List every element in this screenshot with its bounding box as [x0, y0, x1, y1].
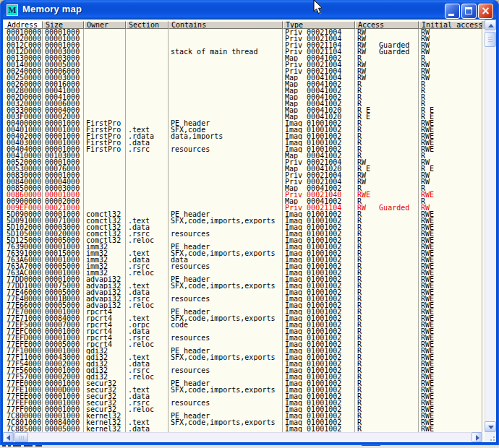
table-row[interactable]: 5D12500000005000comctl32.relocImag 01001… — [4, 237, 485, 244]
table-row[interactable]: 77FE000000001000secur32PE headerImag 010… — [4, 380, 485, 387]
table-row[interactable]: 77FE10000000D000secur32.textSFX,code,imp… — [4, 387, 485, 393]
table-row[interactable]: 77FEF00000001000secur32.rsrcresourcesIma… — [4, 400, 485, 406]
scroll-up-button[interactable] — [485, 20, 496, 30]
table-row[interactable]: 77F5700000002000gdi32.relocImag 01001002… — [4, 374, 485, 380]
table-row[interactable]: 5D10500000020000comctl32.rsrcresourcesIm… — [4, 231, 485, 237]
scroll-right-button[interactable] — [472, 432, 482, 442]
table-row[interactable]: 0085000000003000Map 00041002RR — [4, 185, 485, 191]
table-row[interactable]: 77E6600000005000advapi32.relocImag 01001… — [4, 302, 485, 309]
table-row[interactable]: 5D09100000071000comctl32.textSFX,code,im… — [4, 217, 485, 224]
table-row[interactable]: 7639100000015000imm32.textSFX,code,impor… — [4, 250, 485, 257]
table-row[interactable]: 7C80000000001000kernel32PE headerImag 01… — [4, 413, 485, 419]
table-row[interactable]: 0040200000001000FirstPro.rdatadata,impor… — [4, 133, 485, 139]
cell-type: Imag 01001002 — [283, 289, 355, 296]
table-row[interactable]: 0013000000003000Map 00041002RR — [4, 55, 485, 61]
column-header-initial-access[interactable]: Initial access — [419, 21, 482, 29]
table-row[interactable]: 009EF00000021000Priv 00021104RW GuardedR… — [4, 204, 485, 211]
table-row[interactable]: 77E4B0000001B000advapi32.rsrcresourcesIm… — [4, 296, 485, 302]
cell-type: Imag 01001002 — [283, 361, 355, 367]
table-row[interactable]: 77F1000000001000gdi32PE headerImag 01001… — [4, 348, 485, 354]
table-row[interactable]: 0001000000001000Priv 00021004RWRW — [4, 29, 485, 35]
cell-address: 00860000 — [4, 191, 43, 198]
table-row[interactable]: 77F5600000001000gdi32.rsrcresourcesImag … — [4, 367, 485, 374]
minimize-button[interactable] — [445, 4, 460, 19]
table-row[interactable]: 77EFD00000001000rpcrt4.rsrcresourcesImag… — [4, 335, 485, 341]
column-header-contains[interactable]: Contains — [169, 21, 283, 29]
table-row[interactable]: 0012D00000003000stack of main threadPriv… — [4, 48, 485, 55]
cell-access: RW — [355, 68, 419, 74]
maximize-button[interactable] — [461, 4, 477, 19]
table-row[interactable]: 5D10200000003000comctl32.dataImag 010010… — [4, 224, 485, 231]
cell-address: 7C885000 — [4, 426, 43, 432]
table-row[interactable]: 77E7000000001000rpcrt4PE headerImag 0100… — [4, 309, 485, 315]
table-row[interactable]: 77EFE00000005000rpcrt4.relocImag 0100100… — [4, 341, 485, 348]
table-row[interactable]: 0024000000006000Priv 00021004RWRW — [4, 68, 485, 74]
cell-contains: PE header — [169, 413, 283, 419]
scroll-down-button[interactable] — [485, 421, 496, 432]
table-row[interactable]: 763A600000001000imm32.datadataImag 01001… — [4, 257, 485, 263]
table-row[interactable]: 763A700000005000imm32.rsrcresourcesImag … — [4, 263, 485, 270]
cell-size: 00021000 — [43, 204, 84, 211]
column-header-type[interactable]: Type — [283, 21, 355, 29]
scroll-left-button[interactable] — [3, 432, 14, 442]
table-row[interactable]: 0041000000103000Map 00041002RR — [4, 152, 485, 159]
table-row[interactable]: 77E7100000084000rpcrt4.textSFX,code,impo… — [4, 315, 485, 322]
table-row[interactable]: 77E4600000005000advapi32.dataImag 010010… — [4, 289, 485, 296]
table-row[interactable]: 7639000000001000imm32PE headerImag 01001… — [4, 244, 485, 250]
table-row[interactable]: 003F000000002000Map 00041020R ER E — [4, 113, 485, 120]
horizontal-scrollbar[interactable] — [3, 432, 482, 442]
table-row[interactable]: 77DD000000001000advapi32PE headerImag 01… — [4, 276, 485, 283]
column-header-address[interactable]: Address — [4, 21, 43, 29]
column-header-section[interactable]: Section — [126, 21, 169, 29]
resize-grip[interactable] — [485, 432, 496, 442]
table-row[interactable]: 77EFC00000001000rpcrt4.dataImag 01001002… — [4, 328, 485, 335]
table-row[interactable]: 5D09000000001000comctl32PE headerImag 01… — [4, 211, 485, 217]
table-row[interactable]: 0052000000001000Priv 00021004RWRW — [4, 159, 485, 165]
table-row[interactable]: 0026000000016000Map 00041002RR — [4, 81, 485, 87]
table-row[interactable]: 0040000000001000FirstProPE headerImag 01… — [4, 120, 485, 126]
table-row[interactable]: 7C80100000084000kernel32.textSFX,code,im… — [4, 419, 485, 426]
table-row[interactable]: 77DD100000075000advapi32.textSFX,code,im… — [4, 283, 485, 289]
table-row[interactable]: 77EF500000007000rpcrt4.orpccodeImag 0100… — [4, 322, 485, 328]
vertical-scrollbar[interactable] — [485, 20, 496, 432]
table-row[interactable]: 77FEE00000001000secur32.dataImag 0100100… — [4, 393, 485, 400]
cell-address: 77E46000 — [4, 289, 43, 296]
table-row[interactable]: 0025000000003000Map 00041004RWRW — [4, 74, 485, 81]
title-bar[interactable]: M Memory map × — [3, 1, 496, 20]
table-row[interactable]: 0040300000001000FirstPro.dataImag 010010… — [4, 139, 485, 146]
cell-section — [126, 165, 169, 172]
column-header-owner[interactable]: Owner — [84, 21, 126, 29]
close-button[interactable]: × — [478, 4, 493, 19]
column-header-size[interactable]: Size — [43, 21, 84, 29]
table-row[interactable]: 77FF000000001000secur32.relocImag 010010… — [4, 406, 485, 413]
cell-size: 00005000 — [43, 302, 84, 309]
cell-size: 00004000 — [43, 107, 84, 113]
table-row[interactable]: 002D000000041000Map 00041002RR — [4, 94, 485, 100]
cell-section — [126, 48, 169, 55]
table-row[interactable]: 77F1100000043000gdi32.textSFX,code,impor… — [4, 354, 485, 361]
cell-access: R — [355, 133, 419, 139]
table-row[interactable]: 0084000000004000Priv 00021004RWRW — [4, 178, 485, 185]
table-row[interactable]: 7C88500000005000kernel32.dataImag 010010… — [4, 426, 485, 432]
table-row[interactable]: 0090000000002000Map 00041002RR — [4, 198, 485, 204]
table-row[interactable]: 0083000000001000Priv 00021004RWRW — [4, 172, 485, 178]
table-row[interactable]: 77F5400000002000gdi32.dataImag 01001002R… — [4, 361, 485, 367]
vertical-scroll-thumb[interactable] — [485, 32, 496, 47]
table-row[interactable]: 763AC00000001000imm32.relocImag 01001002… — [4, 270, 485, 276]
table-row[interactable]: 0033000000004000Map 00041020R ER E — [4, 107, 485, 113]
column-header-access[interactable]: Access — [355, 21, 419, 29]
table-row[interactable]: 0040400000001000FirstPro.rsrcresourcesIm… — [4, 146, 485, 152]
table-row[interactable]: 0014000000005000Priv 00021004RWRW — [4, 61, 485, 68]
horizontal-scroll-thumb[interactable] — [14, 432, 28, 442]
table-row[interactable]: 0032000000006000Map 00041002RR — [4, 100, 485, 107]
cell-address: 77FF0000 — [4, 406, 43, 413]
table-row[interactable]: 0028000000041000Map 00041002RR — [4, 87, 485, 94]
cell-size: 00001000 — [43, 159, 84, 165]
table-row[interactable]: 0086000000001000Priv 00021040RWERWE — [4, 191, 485, 198]
cell-type: Priv 00021040 — [283, 191, 355, 198]
table-row[interactable]: 0053000000076000Map 00041020R ER E — [4, 165, 485, 172]
table-row[interactable]: 0002000000001000Priv 00021004RWRW — [4, 35, 485, 42]
cell-owner: gdi32 — [84, 361, 126, 367]
table-row[interactable]: 0012C00000001000Priv 00021104RW GuardedR… — [4, 42, 485, 48]
table-row[interactable]: 0040100000001000FirstPro.textSFX,codeIma… — [4, 126, 485, 133]
